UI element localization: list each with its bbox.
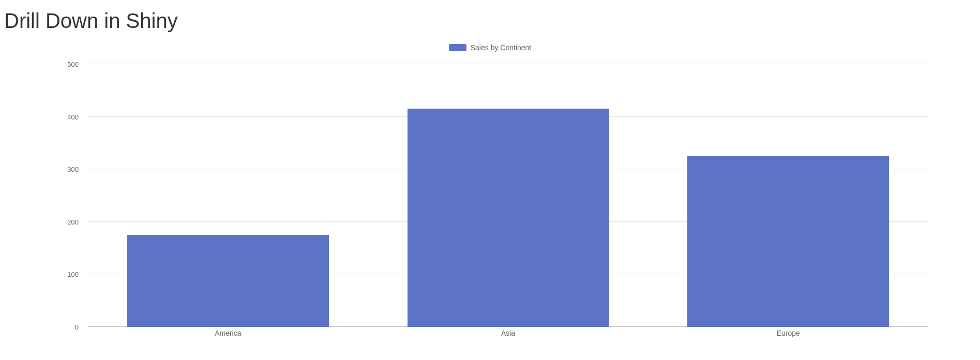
page-title: Drill Down in Shiny xyxy=(0,0,980,33)
x-label: America xyxy=(88,327,368,339)
chart-bars xyxy=(88,64,928,327)
legend-label: Sales by Continent xyxy=(471,43,532,52)
chart-legend[interactable]: Sales by Continent xyxy=(52,41,928,54)
x-label: Asia xyxy=(368,327,649,339)
y-tick: 0 xyxy=(75,323,79,331)
y-tick: 100 xyxy=(67,271,79,278)
y-tick: 400 xyxy=(67,113,79,121)
page-root: Drill Down in Shiny Sales by Continent 0… xyxy=(0,0,980,360)
x-label: Europe xyxy=(648,327,928,339)
y-axis: 0100200300400500 xyxy=(52,64,83,327)
bar-slot xyxy=(648,64,928,327)
bar-slot xyxy=(368,64,649,327)
y-tick: 300 xyxy=(67,166,79,173)
y-tick: 500 xyxy=(67,61,79,68)
chart-container: Sales by Continent 0100200300400500 Amer… xyxy=(52,41,928,339)
bar-america[interactable] xyxy=(127,235,329,327)
bar-slot xyxy=(88,64,368,327)
chart-plot-area: 0100200300400500 AmericaAsiaEurope xyxy=(52,64,928,339)
bar-europe[interactable] xyxy=(687,156,889,327)
legend-swatch-icon xyxy=(449,44,466,51)
x-axis: AmericaAsiaEurope xyxy=(88,327,928,339)
bar-asia[interactable] xyxy=(408,109,609,327)
y-tick: 200 xyxy=(67,218,79,226)
